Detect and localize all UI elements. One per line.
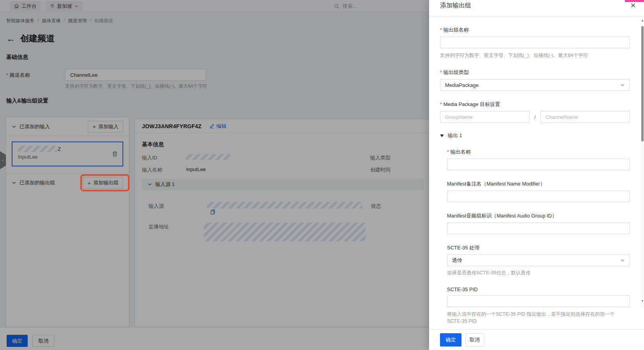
output-group-type-value: MediaPackage	[445, 82, 620, 88]
mediapackage-dest-label: Media Package 目标设置	[440, 101, 630, 108]
manifest-name-label: Manifest备注名（Manifest Name Modifier）	[447, 180, 630, 187]
scte35-pid-hint: 将输入流中存在的一个SCTE-35 PID 指定输出，若不指定则选择存在的第一个…	[447, 311, 630, 325]
chevron-down-icon	[620, 258, 625, 263]
drawer-cancel-button[interactable]: 取消	[465, 333, 484, 346]
app-window: 工作台 新加坡 搜索... 智能媒体服务 / 媒体直播 / 频道管理 / 创建频…	[0, 0, 644, 350]
output-group-type-label: 输出组类型	[440, 69, 630, 76]
scrollbar-up-icon[interactable]: ▲	[641, 19, 644, 23]
drawer-confirm-button[interactable]: 确定	[440, 333, 461, 346]
scte35-handling-label: SCTE-35 处理	[447, 244, 630, 251]
scrollbar-down-icon[interactable]: ▼	[641, 299, 644, 303]
output-name-input[interactable]	[447, 159, 630, 170]
groupname-input[interactable]	[440, 111, 530, 123]
output1-collapse-header[interactable]: 输出 1	[440, 132, 630, 139]
pink-marker-bar	[625, 0, 644, 2]
drawer-scrollbar[interactable]: ▲ ▼	[641, 16, 644, 308]
scte35-handling-select[interactable]: 透传	[447, 255, 630, 266]
close-icon[interactable]: ✕	[629, 2, 637, 9]
chevron-down-icon	[620, 83, 625, 87]
output-group-name-hint: 支持的字符为数字、英文字母、下划线(_)、短横线(-)。最大64个字符	[440, 52, 630, 59]
dest-separator: /	[534, 114, 536, 120]
add-output-group-drawer: 添加输出组 ✕ 输出组名称 支持的字符为数字、英文字母、下划线(_)、短横线(-…	[429, 0, 644, 350]
drawer-footer: 确定 取消	[429, 329, 644, 350]
drawer-body: 输出组名称 支持的字符为数字、英文字母、下划线(_)、短横线(-)。最大64个字…	[429, 16, 641, 329]
channelname-input[interactable]	[540, 111, 630, 123]
triangle-down-icon	[440, 134, 444, 137]
scte35-pid-label: SCTE-35 PID	[447, 286, 630, 292]
drawer-header: 添加输出组 ✕	[429, 0, 644, 16]
scte35-pid-input[interactable]	[447, 295, 630, 307]
output1-body: 输出名称 Manifest备注名（Manifest Name Modifier）…	[447, 148, 630, 329]
scte35-handling-value: 透传	[452, 257, 620, 264]
manifest-audio-input[interactable]	[447, 223, 630, 234]
output-name-label: 输出名称	[447, 148, 630, 156]
manifest-audio-label: Manifest音频组标识（Manifest Audio Group ID）	[447, 212, 630, 219]
output-group-name-label: 输出组名称	[440, 27, 630, 34]
scrollbar-thumb[interactable]	[641, 26, 644, 141]
scte35-handling-hint: 选择是否透传SCTE-35信息，默认透传	[447, 269, 630, 276]
output1-header-label: 输出 1	[448, 132, 462, 139]
output-group-name-input[interactable]	[440, 37, 630, 48]
drawer-title: 添加输出组	[440, 2, 471, 10]
manifest-name-input[interactable]	[447, 191, 630, 202]
output-group-type-select[interactable]: MediaPackage	[440, 79, 630, 91]
mediapackage-dest-row: /	[440, 111, 630, 123]
